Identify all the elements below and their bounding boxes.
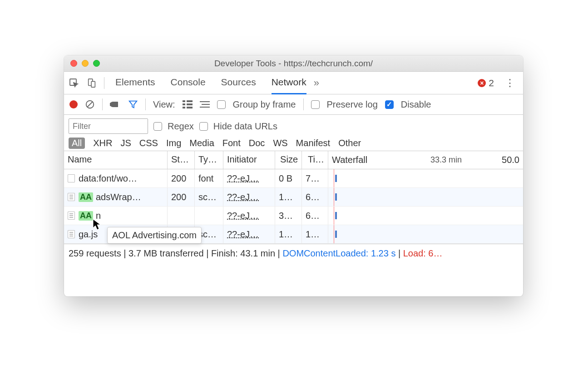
- filter-doc[interactable]: Doc: [249, 138, 265, 148]
- col-name[interactable]: Name: [64, 151, 168, 169]
- col-type[interactable]: Ty…: [195, 151, 223, 169]
- request-name: data:font/wo…: [79, 173, 137, 184]
- menu-icon[interactable]: ⋮: [501, 77, 519, 89]
- request-size: 1…: [275, 225, 302, 243]
- filter-all[interactable]: All: [69, 138, 85, 149]
- regex-label: Regex: [168, 121, 194, 132]
- filter-input[interactable]: [69, 118, 148, 134]
- request-initiator[interactable]: ??-eJ…: [223, 207, 275, 225]
- request-initiator[interactable]: ??-eJ…: [223, 188, 275, 206]
- svg-rect-8: [183, 103, 185, 105]
- devtools-window: Developer Tools - https://techcrunch.com…: [64, 55, 523, 296]
- request-name: ga.js: [79, 229, 98, 240]
- preserve-checkbox[interactable]: [311, 100, 320, 109]
- more-tabs-icon[interactable]: »: [314, 77, 319, 89]
- waterfall-end: 50.0: [502, 155, 519, 165]
- request-status: 200: [168, 169, 195, 187]
- request-type: font: [195, 169, 223, 187]
- file-icon: [68, 230, 75, 238]
- device-icon[interactable]: [87, 78, 97, 88]
- svg-rect-13: [202, 104, 210, 105]
- waterfall-label: Waterfall: [332, 155, 367, 165]
- window-close-icon[interactable]: [70, 60, 77, 67]
- request-time: 6…: [302, 207, 328, 225]
- tab-elements[interactable]: Elements: [115, 71, 155, 94]
- svg-rect-5: [112, 102, 118, 107]
- svg-rect-11: [187, 107, 193, 108]
- view-small-icon[interactable]: [200, 100, 210, 108]
- col-time[interactable]: Ti…: [302, 151, 328, 169]
- group-checkbox[interactable]: [217, 100, 226, 109]
- table-header: Name St… Ty… Initiator Size Ti… Waterfal…: [64, 151, 523, 169]
- tooltip: AOL Advertising.com: [107, 227, 202, 244]
- hide-urls-label: Hide data URLs: [213, 121, 277, 132]
- filter-js[interactable]: JS: [120, 138, 131, 148]
- separator: [102, 98, 103, 110]
- record-icon[interactable]: [69, 100, 78, 108]
- window-min-icon[interactable]: [82, 60, 89, 67]
- filter-row: Regex Hide data URLs All XHR JS CSS Img …: [64, 115, 523, 151]
- clear-icon[interactable]: [85, 99, 95, 109]
- titlebar: Developer Tools - https://techcrunch.com…: [64, 55, 523, 72]
- filter-xhr[interactable]: XHR: [93, 138, 112, 148]
- error-number: 2: [489, 78, 494, 89]
- table-row[interactable]: AAn ??-eJ… 3… 6…: [64, 207, 523, 225]
- network-toolbar: View: Group by frame Preserve log Disabl…: [64, 94, 523, 115]
- status-transferred: 3.7 MB transferred: [128, 248, 204, 259]
- view-label: View:: [153, 99, 175, 110]
- request-type: [195, 207, 223, 225]
- svg-rect-6: [183, 100, 185, 102]
- svg-rect-9: [187, 103, 193, 105]
- col-waterfall[interactable]: Waterfall 33.3 min 50.0: [328, 151, 523, 169]
- request-time: 7…: [302, 169, 328, 187]
- disable-checkbox[interactable]: [385, 100, 394, 109]
- window-title: Developer Tools - https://techcrunch.com…: [214, 59, 373, 69]
- view-large-icon[interactable]: [183, 100, 193, 108]
- svg-rect-2: [91, 81, 95, 87]
- tab-sources[interactable]: Sources: [221, 71, 256, 94]
- filter-css[interactable]: CSS: [139, 138, 158, 148]
- request-initiator[interactable]: ??-eJ…: [223, 225, 275, 243]
- table-row[interactable]: AAadsWrap… 200 sc… ??-eJ… 1… 6…: [64, 188, 523, 207]
- status-finish: Finish: 43.1 min: [211, 248, 275, 259]
- file-icon: [68, 212, 75, 220]
- table-row[interactable]: data:font/wo… 200 font ??-eJ… 0 B 7…: [64, 169, 523, 188]
- filter-manifest[interactable]: Manifest: [296, 138, 331, 148]
- type-filters: All XHR JS CSS Img Media Font Doc WS Man…: [69, 138, 519, 149]
- status-dcl: DOMContentLoaded: 1.23 s: [282, 248, 395, 259]
- col-initiator[interactable]: Initiator: [223, 151, 275, 169]
- filter-font[interactable]: Font: [222, 138, 241, 148]
- disable-label: Disable: [401, 99, 431, 110]
- filter-icon[interactable]: [128, 99, 138, 109]
- window-max-icon[interactable]: [93, 60, 100, 67]
- col-size[interactable]: Size: [275, 151, 302, 169]
- request-initiator[interactable]: ??-eJ…: [223, 169, 275, 187]
- filter-other[interactable]: Other: [338, 138, 361, 148]
- filter-ws[interactable]: WS: [273, 138, 287, 148]
- separator: [303, 98, 304, 110]
- filter-media[interactable]: Media: [189, 138, 214, 148]
- error-icon: [478, 79, 486, 87]
- separator: [104, 77, 104, 89]
- status-requests: 259 requests: [69, 248, 121, 259]
- request-waterfall: [328, 169, 523, 187]
- ad-badge-icon: AA: [79, 192, 93, 202]
- error-count[interactable]: 2: [478, 78, 494, 89]
- main-toolbar: Elements Console Sources Network » 2 ⋮: [64, 72, 523, 94]
- panel-tabs: Elements Console Sources Network: [115, 71, 306, 94]
- svg-rect-12: [200, 101, 210, 102]
- group-label: Group by frame: [233, 99, 296, 110]
- filter-img[interactable]: Img: [166, 138, 181, 148]
- request-time: 1…: [302, 225, 328, 243]
- status-bar: 259 requests | 3.7 MB transferred | Fini…: [64, 244, 523, 263]
- request-size: 3…: [275, 207, 302, 225]
- inspect-icon[interactable]: [69, 78, 79, 89]
- request-time: 6…: [302, 188, 328, 206]
- capture-icon[interactable]: [110, 100, 121, 108]
- request-status: 200: [168, 188, 195, 206]
- regex-checkbox[interactable]: [153, 122, 162, 131]
- col-status[interactable]: St…: [168, 151, 195, 169]
- hide-urls-checkbox[interactable]: [199, 122, 208, 131]
- tab-console[interactable]: Console: [171, 71, 206, 94]
- tab-network[interactable]: Network: [272, 71, 306, 94]
